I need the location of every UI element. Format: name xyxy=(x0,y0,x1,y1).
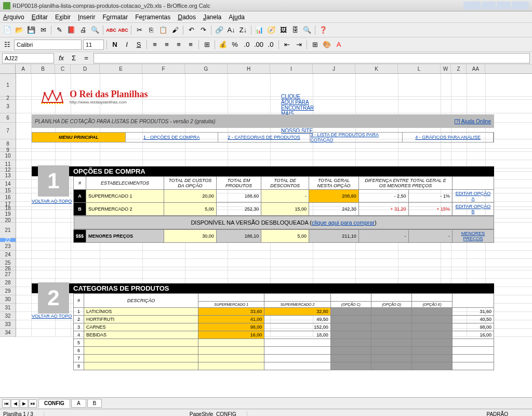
pdf-icon[interactable]: 📕 xyxy=(66,25,76,35)
col-header-AA[interactable]: AA xyxy=(467,64,485,73)
estab-name[interactable]: SUPERMERCADO 1 xyxy=(86,190,164,203)
fx-icon[interactable]: fx xyxy=(56,53,66,63)
bold-icon[interactable]: N xyxy=(110,40,120,50)
cat-desc[interactable] xyxy=(84,347,198,355)
col-header-A[interactable]: A xyxy=(16,64,31,73)
row-header-23[interactable]: 23 xyxy=(0,242,16,251)
email-icon[interactable]: ✉ xyxy=(38,25,48,35)
align-right-icon[interactable]: ≡ xyxy=(174,40,184,50)
paste-icon[interactable]: 📋 xyxy=(158,25,168,35)
number-icon[interactable]: .0 xyxy=(242,40,252,50)
align-left-icon[interactable]: ≡ xyxy=(150,40,160,50)
currency-icon[interactable]: 💰 xyxy=(218,40,228,50)
menu-ajuda[interactable]: Ajuda xyxy=(229,14,245,21)
row-header-27[interactable]: 27 xyxy=(0,270,16,279)
row-header-33[interactable]: 33 xyxy=(0,320,16,329)
desc[interactable]: 15,00 xyxy=(261,203,309,216)
cat-desc[interactable]: LATICÍNIOS xyxy=(84,308,198,316)
align-justify-icon[interactable]: ≡ xyxy=(185,40,196,50)
row-header-34[interactable]: 34 xyxy=(0,329,16,337)
col-header-W[interactable]: W xyxy=(441,64,451,73)
row-header-13[interactable]: 13 xyxy=(0,172,16,180)
datasource-icon[interactable]: 🗄 xyxy=(290,25,300,35)
row-header-6[interactable]: 6 xyxy=(0,113,16,123)
menu-formatar[interactable]: Formatar xyxy=(102,14,128,21)
sort-desc-icon[interactable]: Z↓ xyxy=(238,25,248,35)
nav-icon[interactable]: 🧭 xyxy=(266,25,276,35)
formula-input[interactable] xyxy=(94,53,530,63)
fontcolor-icon[interactable]: A xyxy=(334,40,344,50)
open-icon[interactable]: 📂 xyxy=(14,25,24,35)
nav-item-2[interactable]: 2 - CATEGORIAS DE PRODUTOS xyxy=(218,133,311,142)
col-header-B[interactable]: B xyxy=(31,64,55,73)
menu-dados[interactable]: Dados xyxy=(178,14,196,21)
zoom-icon[interactable]: 🔍 xyxy=(302,25,312,35)
row-header-7[interactable]: 7 xyxy=(0,123,16,139)
bg-tab[interactable] xyxy=(497,2,511,9)
cat-desc[interactable]: CARNES xyxy=(84,323,198,331)
custo[interactable]: 20,00 xyxy=(164,190,217,203)
col-header-J[interactable]: J xyxy=(313,64,355,73)
brush-icon[interactable]: 🖌 xyxy=(170,25,180,35)
gallery-icon[interactable]: 🖼 xyxy=(278,25,288,35)
row-header-3[interactable]: 3 xyxy=(0,100,16,113)
col-header-K[interactable]: K xyxy=(355,64,398,73)
save-icon[interactable]: 💾 xyxy=(26,25,36,35)
spreadsheet-grid[interactable]: ABCDEFGHIJKLWZAA 12367891011121314151617… xyxy=(0,64,532,397)
custo[interactable]: 5,00 xyxy=(164,203,217,216)
col-header-H[interactable]: H xyxy=(228,64,270,73)
row-header-28[interactable]: 28 xyxy=(0,279,16,287)
percent-icon[interactable]: % xyxy=(230,40,240,50)
col-header-E[interactable]: E xyxy=(100,64,142,73)
sheet-tab-CONFIG[interactable]: CONFIG xyxy=(38,399,70,408)
edit-icon[interactable]: ✎ xyxy=(54,25,64,35)
col-header-L[interactable]: L xyxy=(398,64,441,73)
autospell-icon[interactable]: ABC xyxy=(118,25,128,35)
row-header-32[interactable]: 32 xyxy=(0,312,16,320)
indent-inc-icon[interactable]: ⇥ xyxy=(294,40,304,50)
cat-desc[interactable] xyxy=(84,355,198,362)
tab-next-icon[interactable]: ▶ xyxy=(20,399,28,408)
unlock-link[interactable]: clique aqui para comprar xyxy=(312,219,375,226)
help-online-link[interactable]: [?] Ajuda Online xyxy=(454,119,491,124)
bg-tab[interactable] xyxy=(463,2,481,9)
menu-exibir[interactable]: Exibir xyxy=(55,14,71,21)
italic-icon[interactable]: I xyxy=(122,40,132,50)
col-header-Z[interactable]: Z xyxy=(451,64,467,73)
bg-tab[interactable] xyxy=(482,2,496,9)
align-center-icon[interactable]: ≡ xyxy=(162,40,172,50)
print-icon[interactable]: 🖨 xyxy=(78,25,88,35)
cat-desc[interactable] xyxy=(84,339,198,347)
voltar-topo-1[interactable]: VOLTAR AO TOPO xyxy=(32,199,72,204)
row-header-22[interactable]: 22 xyxy=(0,238,16,242)
bgcolor-icon[interactable]: 🎨 xyxy=(322,40,332,50)
row-header-10[interactable]: 10 xyxy=(0,152,16,160)
bg-tab[interactable] xyxy=(512,2,529,9)
nav-item-4[interactable]: 4 - GRÁFICOS PARA ANÁLISE xyxy=(403,133,494,142)
voltar-topo-2[interactable]: VOLTAR AO TOPO xyxy=(32,314,72,319)
menu-janela[interactable]: Janela xyxy=(203,14,221,21)
link-icon[interactable]: 🔗 xyxy=(214,25,224,35)
menu-inserir[interactable]: Inserir xyxy=(78,14,95,21)
redo-icon[interactable]: ↷ xyxy=(198,25,208,35)
help-icon[interactable]: ❓ xyxy=(318,25,328,35)
dec-inc-icon[interactable]: .00 xyxy=(254,40,264,50)
edit-link[interactable]: EDITAR OPÇÃO A xyxy=(453,190,494,203)
cat-desc[interactable]: BEBIDAS xyxy=(84,331,198,339)
col-header-D[interactable]: D xyxy=(71,64,100,73)
new-icon[interactable]: 📄 xyxy=(2,25,12,35)
menu-editar[interactable]: Editar xyxy=(32,14,48,21)
row-header-16[interactable]: 16 xyxy=(0,193,16,202)
footer-link[interactable]: MENORES PREÇOS xyxy=(453,230,494,243)
dec-dec-icon[interactable]: .0 xyxy=(265,40,276,50)
indent-dec-icon[interactable]: ⇤ xyxy=(282,40,292,50)
row-header-14[interactable]: 14 xyxy=(0,180,16,188)
undo-icon[interactable]: ↶ xyxy=(186,25,196,35)
copy-icon[interactable]: ⎘ xyxy=(146,25,156,35)
row-header-1[interactable]: 1 xyxy=(0,74,16,97)
sheet-tab-A[interactable]: A xyxy=(71,399,86,408)
menu-arquivo[interactable]: Arquivo xyxy=(3,14,24,21)
col-header-C[interactable]: C xyxy=(55,64,71,73)
sum-icon[interactable]: Σ xyxy=(69,53,79,63)
tab-last-icon[interactable]: ⏭ xyxy=(29,399,37,408)
